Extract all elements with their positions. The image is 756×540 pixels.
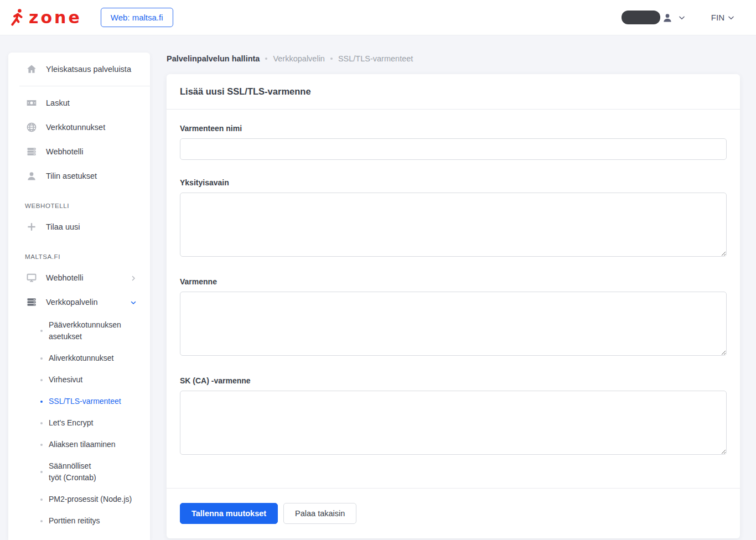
breadcrumb-item-verkkopalvelin[interactable]: Verkkopalvelin	[273, 54, 325, 63]
chevron-right-icon	[130, 274, 141, 281]
ca-certificate-label: SK (CA) -varmenne	[180, 376, 727, 385]
top-header: zone Web: maltsa.fi FIN	[0, 0, 756, 35]
language-selector[interactable]: FIN	[711, 13, 735, 22]
sidebar-item-overview[interactable]: Yleiskatsaus palveluista	[8, 57, 150, 81]
invoice-icon	[26, 97, 37, 108]
sidebar-item-label: Yleiskatsaus palveluista	[46, 65, 131, 74]
form-group-certificate-name: Varmenteen nimi	[180, 124, 727, 160]
sidebar-section-maltsa: MALTSA.FI	[8, 239, 150, 266]
ca-certificate-textarea[interactable]	[180, 391, 727, 455]
language-label: FIN	[711, 13, 724, 22]
sidebar-item-domains[interactable]: Verkkotunnukset	[8, 115, 150, 139]
bullet-icon	[40, 357, 43, 360]
submenu-item-porttien-reititys[interactable]: Porttien reititys	[8, 510, 150, 532]
submenu-item-label: Aliverkkotunnukset	[49, 352, 114, 364]
sidebar-item-label: Verkkopalvelin	[46, 298, 98, 307]
bullet-icon	[40, 401, 43, 403]
sidebar-item-account-settings[interactable]: Tilin asetukset	[8, 164, 150, 188]
form-group-ca-certificate: SK (CA) -varmenne	[180, 376, 727, 457]
card-title: Lisää uusi SSL/TLS-varmenne	[180, 86, 727, 97]
form-group-private-key: Yksityisavain	[180, 178, 727, 259]
submenu-item-label: SSL/TLS-varmenteet	[49, 396, 121, 407]
server-icon	[26, 297, 37, 308]
submenu-item-aliverkkotunnukset[interactable]: Aliverkkotunnukset	[8, 347, 150, 369]
submenu-item-label: Porttien reititys	[49, 515, 100, 527]
web-domain-button[interactable]: Web: maltsa.fi	[101, 8, 173, 27]
certificate-name-input[interactable]	[180, 138, 727, 160]
zone-logo[interactable]: zone	[9, 8, 82, 28]
chevron-down-icon	[130, 299, 141, 305]
monitor-icon	[26, 272, 37, 283]
submenu-item-lets-encrypt[interactable]: Let's Encrypt	[8, 412, 150, 434]
bullet-icon	[40, 444, 43, 446]
submenu-item-label: Pääverkkotunnuksen asetukset	[49, 319, 121, 342]
certificate-label: Varmenne	[180, 277, 727, 286]
user-icon	[662, 12, 673, 23]
server-icon	[26, 146, 37, 157]
submenu-item-ssl-tls-varmenteet[interactable]: SSL/TLS-varmenteet	[8, 391, 150, 412]
bullet-icon	[40, 330, 43, 332]
chevron-down-icon	[678, 14, 686, 22]
breadcrumb-separator-icon	[265, 58, 267, 60]
private-key-textarea[interactable]	[180, 193, 727, 257]
card-footer: Tallenna muutokset Palaa takaisin	[167, 488, 740, 538]
sidebar: Yleiskatsaus palveluista Laskut Verkkotu…	[8, 53, 150, 540]
globe-icon	[26, 122, 37, 133]
sidebar-item-label: Verkkotunnukset	[46, 123, 105, 132]
breadcrumb: Palvelinpalvelun hallinta Verkkopalvelin…	[167, 53, 740, 63]
main-content: Palvelinpalvelun hallinta Verkkopalvelin…	[167, 53, 740, 538]
form-group-certificate: Varmenne	[180, 277, 727, 358]
bullet-icon	[40, 422, 43, 424]
account-name-redacted	[622, 11, 660, 24]
submenu-item-label: Let's Encrypt	[49, 417, 94, 429]
card-header: Lisää uusi SSL/TLS-varmenne	[167, 74, 740, 110]
breadcrumb-item-root[interactable]: Palvelinpalvelun hallinta	[167, 54, 260, 63]
submenu-item-saannolliset-tyot[interactable]: Säännölliset työt (Crontab)	[8, 455, 150, 489]
private-key-label: Yksityisavain	[180, 178, 727, 187]
breadcrumb-separator-icon	[330, 58, 333, 60]
submenu-item-paaverkkotunnuksen-asetukset[interactable]: Pääverkkotunnuksen asetukset	[8, 314, 150, 347]
sidebar-item-label: Webhotelli	[46, 273, 83, 282]
sidebar-item-invoices[interactable]: Laskut	[8, 91, 150, 115]
sidebar-divider	[19, 86, 150, 86]
user-icon	[26, 170, 37, 181]
submenu-item-label: PM2-prosessit (Node.js)	[49, 494, 132, 505]
verkkopalvelin-submenu: Pääverkkotunnuksen asetukset Aliverkkotu…	[8, 314, 150, 532]
logo-wordmark: zone	[29, 9, 82, 26]
bullet-icon	[40, 471, 43, 473]
running-man-icon	[9, 8, 25, 28]
sidebar-section-webhotelli: WEBHOTELLI	[8, 188, 150, 215]
plus-icon	[26, 221, 37, 232]
sidebar-item-verkkopalvelin[interactable]: Verkkopalvelin	[8, 290, 150, 314]
back-button[interactable]: Palaa takaisin	[283, 503, 356, 524]
bullet-icon	[40, 520, 43, 522]
sidebar-item-webhotelli-maltsa[interactable]: Webhotelli	[8, 266, 150, 290]
submenu-item-pm2-prosessit[interactable]: PM2-prosessit (Node.js)	[8, 489, 150, 510]
certificate-name-label: Varmenteen nimi	[180, 124, 727, 133]
submenu-item-aliaksen-tilaaminen[interactable]: Aliaksen tilaaminen	[8, 434, 150, 455]
submenu-item-label: Aliaksen tilaaminen	[49, 439, 116, 450]
chevron-down-icon	[727, 14, 735, 22]
breadcrumb-item-current: SSL/TLS-varmenteet	[338, 54, 413, 63]
sidebar-item-label: Laskut	[46, 98, 70, 107]
ssl-form-card: Lisää uusi SSL/TLS-varmenne Varmenteen n…	[167, 74, 740, 538]
home-icon	[26, 64, 37, 75]
card-body: Varmenteen nimi Yksityisavain Varmenne S…	[167, 110, 740, 488]
save-button[interactable]: Tallenna muutokset	[180, 503, 278, 524]
bullet-icon	[40, 379, 43, 381]
sidebar-item-webhosting[interactable]: Webhotelli	[8, 139, 150, 164]
bullet-icon	[40, 499, 43, 501]
certificate-textarea[interactable]	[180, 292, 727, 356]
sidebar-item-order-new[interactable]: Tilaa uusi	[8, 215, 150, 239]
submenu-item-label: Säännölliset työt (Crontab)	[49, 460, 100, 484]
submenu-item-label: Virhesivut	[49, 374, 82, 386]
submenu-item-virhesivut[interactable]: Virhesivut	[8, 369, 150, 391]
account-menu[interactable]	[622, 11, 686, 24]
sidebar-item-label: Tilin asetukset	[46, 172, 97, 180]
sidebar-item-label: Webhotelli	[46, 147, 83, 156]
sidebar-item-label: Tilaa uusi	[46, 222, 80, 231]
